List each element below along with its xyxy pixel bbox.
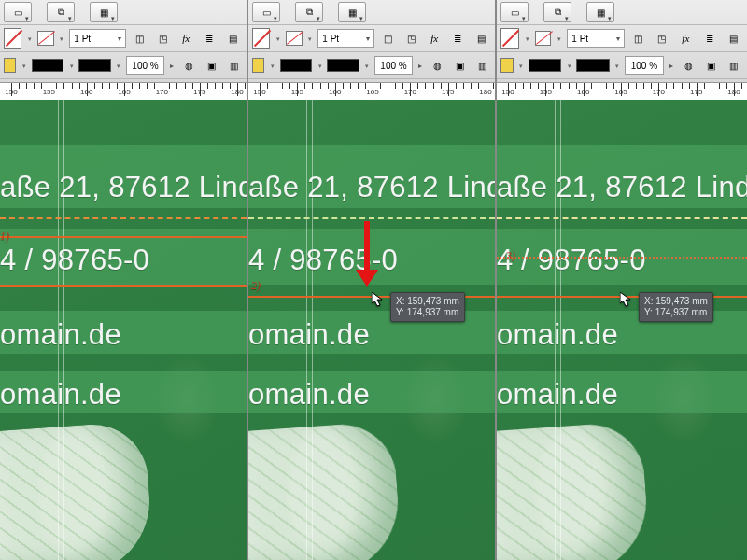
fx-dropdown[interactable]: fx (176, 28, 196, 49)
domain-text: omain.de (497, 318, 618, 352)
swatch-dropdown-arrow[interactable] (274, 35, 282, 43)
corner-options-icon[interactable]: ◫ (130, 28, 149, 49)
effects-drop-shadow-icon[interactable]: ◳ (153, 28, 173, 49)
paragraph-align-icon[interactable]: ≣ (699, 28, 719, 49)
arrange-dropdown[interactable]: ▦ (90, 2, 118, 22)
guide-solid-lower[interactable] (0, 285, 247, 287)
horizontal-ruler[interactable]: 150155160165170175180 (248, 82, 495, 102)
stroke-weight-field[interactable]: 1 Pt▾ (69, 29, 125, 48)
phone-text: 4 / 98765-0 (0, 244, 149, 277)
fill-none-swatch[interactable] (286, 31, 303, 46)
wrap-around-icon[interactable]: ◍ (679, 55, 698, 76)
opacity-field[interactable]: 100 % (374, 56, 413, 75)
yellow-dropdown-arrow[interactable] (517, 62, 525, 70)
fill-dropdown-arrow[interactable] (58, 35, 66, 43)
view-mode-dropdown[interactable]: ▭ (4, 2, 32, 22)
fill-dropdown-arrow[interactable] (306, 35, 315, 43)
effects-drop-shadow-icon[interactable]: ◳ (652, 28, 671, 49)
opacity-stepper-icon[interactable]: ▸ (416, 62, 424, 70)
domain-text-2: omain.de (248, 378, 370, 412)
fill-none-swatch[interactable] (535, 31, 552, 46)
wrap-around-icon[interactable]: ◍ (428, 55, 446, 76)
guide-dashed[interactable] (0, 217, 247, 219)
stroke-color-swatch[interactable] (500, 28, 519, 49)
document-canvas[interactable]: aße 21, 87612 Lind 4 / 98765-0 omain.de … (248, 100, 495, 560)
background-photo-cloth (497, 421, 651, 560)
opacity-value: 100 % (132, 61, 158, 71)
svg-marker-0 (372, 292, 382, 306)
stroke-color-swatch[interactable] (4, 28, 21, 49)
text-wrap-icon[interactable]: ▤ (223, 28, 243, 49)
screen-mode-dropdown[interactable]: ⧉ (543, 2, 571, 22)
fill-none-swatch[interactable] (37, 31, 54, 46)
address-text: aße 21, 87612 Lind (248, 171, 495, 204)
arrange-dropdown[interactable]: ▦ (338, 2, 366, 22)
color-swatch-yellow[interactable] (4, 58, 16, 73)
document-canvas[interactable]: aße 21, 87612 Lind 4 / 98765-0 omain.de … (0, 100, 247, 560)
stroke-style-2-dropdown-arrow[interactable] (613, 62, 621, 70)
horizontal-ruler[interactable]: 150155160165170175180 (0, 82, 247, 102)
stroke-style-preview-2[interactable] (78, 59, 111, 72)
stroke-style-2-dropdown-arrow[interactable] (115, 62, 122, 70)
step-marker-1: 1) (0, 230, 9, 244)
guide-dashed[interactable] (248, 217, 495, 219)
stroke-style-preview-2[interactable] (576, 59, 609, 72)
more-options-icon[interactable]: ▥ (472, 55, 491, 76)
stroke-weight-field[interactable]: 1 Pt▾ (317, 29, 374, 48)
corner-options-icon[interactable]: ◫ (628, 28, 648, 49)
opacity-field[interactable]: 100 % (126, 56, 164, 75)
fx-dropdown[interactable]: fx (676, 28, 696, 49)
opacity-stepper-icon[interactable]: ▸ (668, 62, 675, 70)
paragraph-align-icon[interactable]: ≣ (200, 28, 219, 49)
stroke-style-dropdown-arrow[interactable] (565, 62, 572, 70)
guide-dashed[interactable] (497, 217, 747, 219)
text-wrap-icon[interactable]: ▤ (472, 28, 491, 49)
stroke-color-swatch[interactable] (252, 28, 270, 49)
view-mode-dropdown[interactable]: ▭ (252, 2, 280, 22)
anchor-icon[interactable]: ▣ (450, 55, 469, 76)
stroke-weight-field[interactable]: 1 Pt▾ (567, 29, 624, 48)
swatch-dropdown-arrow[interactable] (523, 35, 531, 43)
stroke-style-preview[interactable] (529, 59, 561, 72)
text-wrap-icon[interactable]: ▤ (724, 28, 743, 49)
opacity-field[interactable]: 100 % (625, 56, 664, 75)
instruction-arrow-icon (359, 221, 375, 287)
guide-solid-upper[interactable] (0, 236, 247, 238)
paragraph-align-icon[interactable]: ≣ (448, 28, 468, 49)
view-mode-dropdown[interactable]: ▭ (500, 2, 529, 22)
document-canvas[interactable]: aße 21, 87612 Linda 4 / 98765-0 omain.de… (497, 100, 747, 560)
corner-options-icon[interactable]: ◫ (378, 28, 398, 49)
stroke-style-preview-2[interactable] (327, 59, 359, 72)
fill-dropdown-arrow[interactable] (555, 35, 563, 43)
step-marker-3: 3) (506, 249, 515, 263)
stroke-style-preview[interactable] (280, 59, 313, 72)
color-swatch-yellow[interactable] (252, 58, 264, 73)
more-options-icon[interactable]: ▥ (224, 55, 243, 76)
cursor-icon (372, 292, 387, 307)
more-options-icon[interactable]: ▥ (725, 55, 743, 76)
screen-mode-dropdown[interactable]: ⧉ (295, 2, 323, 22)
step-marker-2: 2) (251, 279, 261, 293)
fx-dropdown[interactable]: fx (425, 28, 444, 49)
yellow-dropdown-arrow[interactable] (268, 62, 275, 70)
yellow-dropdown-arrow[interactable] (20, 62, 27, 70)
stroke-style-2-dropdown-arrow[interactable] (363, 62, 371, 70)
coord-y-val: 174,937 mm (655, 307, 708, 317)
stroke-style-dropdown-arrow[interactable] (67, 62, 75, 70)
address-text: aße 21, 87612 Lind (0, 171, 247, 204)
anchor-icon[interactable]: ▣ (202, 55, 220, 76)
stroke-weight-value: 1 Pt (571, 34, 588, 44)
color-swatch-yellow[interactable] (500, 58, 514, 73)
stroke-style-preview[interactable] (32, 59, 64, 72)
anchor-icon[interactable]: ▣ (701, 55, 720, 76)
horizontal-ruler[interactable]: 150155160165170175180 (497, 82, 747, 102)
domain-text: omain.de (0, 318, 121, 352)
swatch-dropdown-arrow[interactable] (25, 35, 34, 43)
wrap-around-icon[interactable]: ◍ (179, 55, 198, 76)
guide-dotted[interactable] (497, 257, 747, 259)
opacity-stepper-icon[interactable]: ▸ (168, 62, 176, 70)
effects-drop-shadow-icon[interactable]: ◳ (402, 28, 421, 49)
arrange-dropdown[interactable]: ▦ (586, 2, 614, 22)
screen-mode-dropdown[interactable]: ⧉ (47, 2, 75, 22)
stroke-style-dropdown-arrow[interactable] (316, 62, 323, 70)
